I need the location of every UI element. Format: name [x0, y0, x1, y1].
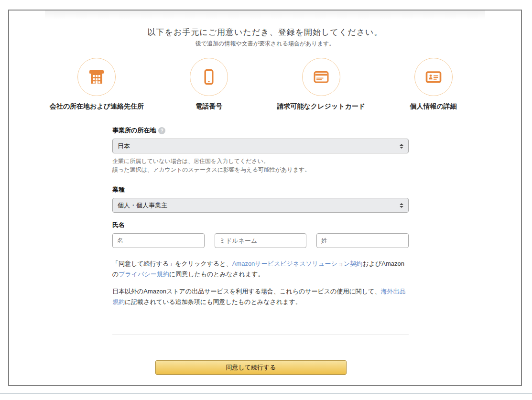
section-divider	[112, 334, 409, 335]
business-location-label: 事業所の所在地	[112, 126, 156, 135]
bottom-divider	[0, 393, 532, 394]
seller-registration-page: { "page": { "title": "以下をお手元にご用意いただき、登録を…	[0, 0, 532, 400]
phone-icon	[190, 58, 228, 96]
page-header: 以下をお手元にご用意いただき、登録を開始してください。 後で追加の情報や文書が要…	[9, 11, 521, 47]
middle-name-input[interactable]	[215, 233, 307, 248]
id-card-icon	[414, 58, 453, 96]
help-icon[interactable]: ?	[158, 127, 165, 134]
credit-card-icon	[302, 58, 340, 96]
business-location-select[interactable]: 日本	[112, 139, 409, 153]
business-type-label: 業種	[112, 185, 125, 194]
business-location-selected-value: 日本	[118, 142, 130, 151]
agreement-paragraph-2: 日本以外のAmazonストアの出品サービスを利用する場合、これらのサービスの使用…	[112, 286, 409, 307]
checklist-item-identity: 個人情報の詳細	[377, 58, 489, 111]
first-name-input[interactable]	[112, 233, 205, 248]
agreement-paragraph-1: 「同意して続行する」をクリックすると、Amazonサービスビジネスソリューション…	[112, 259, 409, 280]
checklist-label: 個人情報の詳細	[410, 102, 456, 111]
helper-line-2: 誤った選択は、アカウントのステータスに影響を与える可能性があります。	[112, 165, 409, 174]
select-spinner-icon	[400, 144, 403, 149]
page-subtitle: 後で追加の情報や文書が要求される場合があります。	[9, 40, 521, 47]
agreement-text: 「同意して続行する」をクリックすると、	[112, 260, 232, 267]
privacy-notice-link[interactable]: プライバシー規約	[119, 270, 169, 278]
registration-card: 以下をお手元にご用意いただき、登録を開始してください。 後で追加の情報や文書が要…	[8, 10, 522, 386]
checklist-label: 電話番号	[195, 102, 222, 111]
business-type-label-row: 業種	[112, 185, 409, 194]
business-type-selected-value: 個人・個人事業主	[118, 201, 167, 210]
full-name-label: 氏名	[112, 221, 125, 229]
agreement-text: に同意したものとみなされます。	[169, 270, 264, 278]
select-spinner-icon	[400, 203, 403, 208]
checklist-item-credit-card: 請求可能なクレジットカード	[265, 58, 378, 111]
checklist-item-phone: 電話番号	[153, 58, 265, 111]
agreement-text: に記載されている追加条項にも同意したものとみなされます。	[125, 298, 302, 305]
full-name-label-row: 氏名	[112, 221, 409, 229]
last-name-input[interactable]	[316, 233, 409, 248]
business-location-helper: 企業に所属していない場合は、居住国を入力してください。 誤った選択は、アカウント…	[112, 157, 409, 174]
page-title: 以下をお手元にご用意いただき、登録を開始してください。	[9, 27, 521, 38]
registration-form: 事業所の所在地 ? 日本 企業に所属していない場合は、居住国を入力してください。…	[112, 126, 409, 375]
business-location-label-row: 事業所の所在地 ?	[112, 126, 409, 135]
agreement-text: 日本以外のAmazonストアの出品サービスを利用する場合、これらのサービスの使用…	[112, 288, 380, 295]
checklist-label: 会社の所在地および連絡先住所	[50, 102, 144, 111]
requirements-checklist: 会社の所在地および連絡先住所 電話番号 請求可能なクレジットカード	[9, 58, 521, 111]
business-type-select[interactable]: 個人・個人事業主	[112, 198, 409, 213]
business-solutions-agreement-link[interactable]: Amazonサービスビジネスソリューション契約	[232, 260, 363, 267]
checklist-item-address: 会社の所在地および連絡先住所	[41, 58, 153, 111]
helper-line-1: 企業に所属していない場合は、居住国を入力してください。	[112, 157, 409, 165]
agree-and-continue-button[interactable]: 同意して続行する	[155, 360, 347, 375]
checklist-label: 請求可能なクレジットカード	[277, 102, 366, 111]
building-icon	[77, 58, 116, 96]
full-name-inputs	[112, 233, 409, 248]
